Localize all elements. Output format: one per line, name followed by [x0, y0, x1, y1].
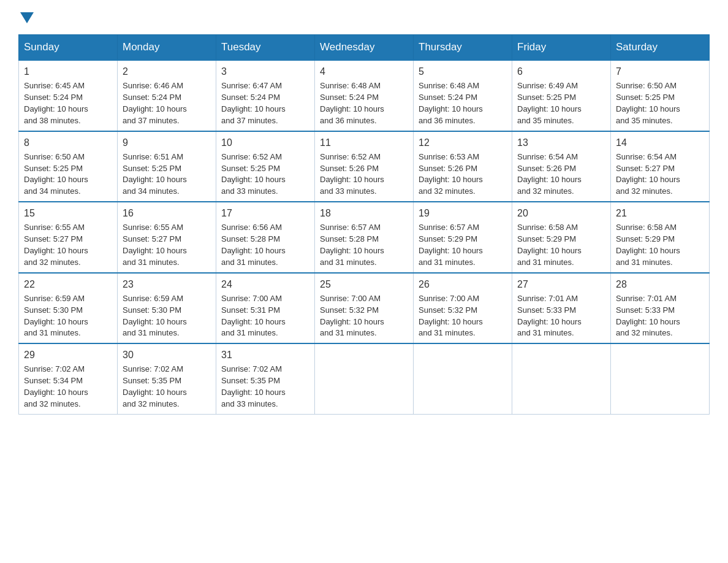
day-info: Sunrise: 6:55 AMSunset: 5:27 PMDaylight:… [123, 223, 187, 267]
calendar-cell: 31Sunrise: 7:02 AMSunset: 5:35 PMDayligh… [216, 343, 315, 414]
page-header [18, 12, 710, 23]
day-info: Sunrise: 7:02 AMSunset: 5:35 PMDaylight:… [221, 364, 286, 408]
day-number: 14 [616, 136, 704, 150]
day-number: 27 [517, 277, 605, 291]
calendar-cell: 24Sunrise: 7:00 AMSunset: 5:31 PMDayligh… [216, 273, 315, 344]
day-info: Sunrise: 6:52 AMSunset: 5:26 PMDaylight:… [320, 152, 384, 196]
day-number: 29 [24, 348, 112, 362]
day-number: 25 [320, 277, 408, 291]
calendar-cell: 10Sunrise: 6:52 AMSunset: 5:25 PMDayligh… [216, 131, 315, 202]
day-header-friday: Friday [512, 35, 611, 61]
calendar-cell: 18Sunrise: 6:57 AMSunset: 5:28 PMDayligh… [315, 202, 414, 273]
day-info: Sunrise: 6:47 AMSunset: 5:24 PMDaylight:… [221, 81, 286, 125]
day-header-sunday: Sunday [19, 35, 118, 61]
calendar-cell: 28Sunrise: 7:01 AMSunset: 5:33 PMDayligh… [611, 273, 710, 344]
calendar-cell [512, 343, 611, 414]
day-number: 17 [221, 206, 309, 220]
day-number: 2 [123, 64, 211, 79]
day-info: Sunrise: 6:48 AMSunset: 5:24 PMDaylight:… [419, 81, 483, 125]
day-info: Sunrise: 7:00 AMSunset: 5:31 PMDaylight:… [221, 294, 286, 338]
day-number: 18 [320, 206, 408, 220]
day-info: Sunrise: 6:56 AMSunset: 5:28 PMDaylight:… [221, 223, 286, 267]
calendar-cell: 8Sunrise: 6:50 AMSunset: 5:25 PMDaylight… [19, 131, 118, 202]
day-info: Sunrise: 7:01 AMSunset: 5:33 PMDaylight:… [616, 294, 680, 338]
day-number: 20 [517, 206, 605, 220]
calendar-cell: 21Sunrise: 6:58 AMSunset: 5:29 PMDayligh… [611, 202, 710, 273]
svg-marker-0 [20, 12, 34, 23]
day-info: Sunrise: 6:52 AMSunset: 5:25 PMDaylight:… [221, 152, 286, 196]
calendar-cell: 5Sunrise: 6:48 AMSunset: 5:24 PMDaylight… [414, 60, 512, 131]
calendar-cell: 1Sunrise: 6:45 AMSunset: 5:24 PMDaylight… [19, 60, 118, 131]
calendar-table: SundayMondayTuesdayWednesdayThursdayFrid… [18, 34, 710, 415]
day-info: Sunrise: 6:53 AMSunset: 5:26 PMDaylight:… [419, 152, 483, 196]
calendar-cell [611, 343, 710, 414]
week-row-5: 29Sunrise: 7:02 AMSunset: 5:34 PMDayligh… [19, 343, 710, 414]
calendar-cell: 9Sunrise: 6:51 AMSunset: 5:25 PMDaylight… [118, 131, 216, 202]
day-info: Sunrise: 6:46 AMSunset: 5:24 PMDaylight:… [123, 81, 187, 125]
day-number: 8 [24, 136, 112, 150]
day-info: Sunrise: 6:58 AMSunset: 5:29 PMDaylight:… [616, 223, 680, 267]
calendar-cell: 2Sunrise: 6:46 AMSunset: 5:24 PMDaylight… [118, 60, 216, 131]
day-info: Sunrise: 6:51 AMSunset: 5:25 PMDaylight:… [123, 152, 187, 196]
day-info: Sunrise: 6:54 AMSunset: 5:27 PMDaylight:… [616, 152, 680, 196]
calendar-cell: 19Sunrise: 6:57 AMSunset: 5:29 PMDayligh… [414, 202, 512, 273]
day-info: Sunrise: 6:48 AMSunset: 5:24 PMDaylight:… [320, 81, 384, 125]
day-info: Sunrise: 6:57 AMSunset: 5:29 PMDaylight:… [419, 223, 483, 267]
calendar-cell: 12Sunrise: 6:53 AMSunset: 5:26 PMDayligh… [414, 131, 512, 202]
day-number: 5 [419, 64, 507, 79]
day-info: Sunrise: 7:02 AMSunset: 5:35 PMDaylight:… [123, 364, 187, 408]
calendar-cell: 29Sunrise: 7:02 AMSunset: 5:34 PMDayligh… [19, 343, 118, 414]
day-number: 16 [123, 206, 211, 220]
day-number: 9 [123, 136, 211, 150]
calendar-cell: 17Sunrise: 6:56 AMSunset: 5:28 PMDayligh… [216, 202, 315, 273]
week-row-3: 15Sunrise: 6:55 AMSunset: 5:27 PMDayligh… [19, 202, 710, 273]
calendar-cell: 3Sunrise: 6:47 AMSunset: 5:24 PMDaylight… [216, 60, 315, 131]
days-header-row: SundayMondayTuesdayWednesdayThursdayFrid… [19, 35, 710, 61]
day-header-wednesday: Wednesday [315, 35, 414, 61]
day-header-tuesday: Tuesday [216, 35, 315, 61]
day-header-thursday: Thursday [414, 35, 512, 61]
day-number: 31 [221, 348, 309, 362]
calendar-cell: 22Sunrise: 6:59 AMSunset: 5:30 PMDayligh… [19, 273, 118, 344]
week-row-4: 22Sunrise: 6:59 AMSunset: 5:30 PMDayligh… [19, 273, 710, 344]
calendar-cell: 13Sunrise: 6:54 AMSunset: 5:26 PMDayligh… [512, 131, 611, 202]
day-info: Sunrise: 7:01 AMSunset: 5:33 PMDaylight:… [517, 294, 582, 338]
day-info: Sunrise: 7:00 AMSunset: 5:32 PMDaylight:… [320, 294, 384, 338]
calendar-cell: 23Sunrise: 6:59 AMSunset: 5:30 PMDayligh… [118, 273, 216, 344]
day-number: 12 [419, 136, 507, 150]
day-info: Sunrise: 6:49 AMSunset: 5:25 PMDaylight:… [517, 81, 582, 125]
day-number: 13 [517, 136, 605, 150]
day-info: Sunrise: 6:57 AMSunset: 5:28 PMDaylight:… [320, 223, 384, 267]
week-row-1: 1Sunrise: 6:45 AMSunset: 5:24 PMDaylight… [19, 60, 710, 131]
calendar-cell: 26Sunrise: 7:00 AMSunset: 5:32 PMDayligh… [414, 273, 512, 344]
calendar-cell: 30Sunrise: 7:02 AMSunset: 5:35 PMDayligh… [118, 343, 216, 414]
day-info: Sunrise: 6:55 AMSunset: 5:27 PMDaylight:… [24, 223, 88, 267]
day-info: Sunrise: 6:54 AMSunset: 5:26 PMDaylight:… [517, 152, 582, 196]
calendar-cell [414, 343, 512, 414]
day-number: 6 [517, 64, 605, 79]
day-info: Sunrise: 6:59 AMSunset: 5:30 PMDaylight:… [24, 294, 88, 338]
calendar-cell [315, 343, 414, 414]
day-number: 15 [24, 206, 112, 220]
calendar-cell: 7Sunrise: 6:50 AMSunset: 5:25 PMDaylight… [611, 60, 710, 131]
calendar-cell: 14Sunrise: 6:54 AMSunset: 5:27 PMDayligh… [611, 131, 710, 202]
calendar-cell: 11Sunrise: 6:52 AMSunset: 5:26 PMDayligh… [315, 131, 414, 202]
calendar-cell: 4Sunrise: 6:48 AMSunset: 5:24 PMDaylight… [315, 60, 414, 131]
day-info: Sunrise: 7:02 AMSunset: 5:34 PMDaylight:… [24, 364, 88, 408]
day-number: 10 [221, 136, 309, 150]
day-number: 1 [24, 64, 112, 79]
day-number: 22 [24, 277, 112, 291]
day-number: 7 [616, 64, 704, 79]
day-header-saturday: Saturday [611, 35, 710, 61]
logo-arrow-icon [20, 12, 34, 23]
day-number: 26 [419, 277, 507, 291]
day-number: 11 [320, 136, 408, 150]
day-header-monday: Monday [118, 35, 216, 61]
calendar-cell: 15Sunrise: 6:55 AMSunset: 5:27 PMDayligh… [19, 202, 118, 273]
day-info: Sunrise: 6:50 AMSunset: 5:25 PMDaylight:… [616, 81, 680, 125]
day-info: Sunrise: 6:50 AMSunset: 5:25 PMDaylight:… [24, 152, 88, 196]
calendar-cell: 25Sunrise: 7:00 AMSunset: 5:32 PMDayligh… [315, 273, 414, 344]
day-number: 4 [320, 64, 408, 79]
day-info: Sunrise: 6:58 AMSunset: 5:29 PMDaylight:… [517, 223, 582, 267]
logo [18, 12, 34, 23]
